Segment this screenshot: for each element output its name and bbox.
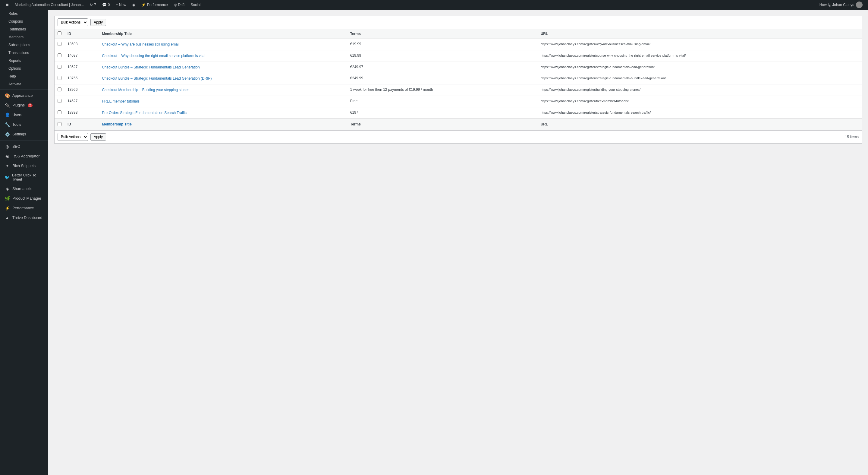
row-terms-cell: 1 week for free then 12 payments of €19.… [347,84,538,96]
row-title-link[interactable]: Checkout Bundle – Strategic Fundamentals… [102,76,212,81]
sidebar-item-seo[interactable]: ◎ SEO [0,142,48,151]
row-url-cell: https://www.johanclaeys.com/register/fre… [538,96,862,107]
sidebar-item-shareaholic[interactable]: ◈ Shareaholic [0,184,48,194]
row-title-cell: Pre-Order: Strategic Fundamentals on Sea… [99,107,347,119]
sidebar-item-plugins[interactable]: 🔌 Plugins 2 [0,100,48,110]
tools-icon: 🔧 [4,122,10,127]
select-all-checkbox[interactable] [58,31,61,35]
sidebar-item-help[interactable]: Help [0,72,48,80]
footer-select-all-checkbox[interactable] [58,122,61,126]
product-manager-icon: 🌿 [4,196,10,201]
row-url-cell: https://www.johanclaeys.com/register/str… [538,61,862,73]
row-checkbox-cell [55,96,64,107]
terms-column-header: Terms [347,29,538,39]
url-column-header: URL [538,29,862,39]
table-body: 13698 Checkout – Why are businesses stil… [55,39,862,130]
drift-icon: ◎ [174,3,177,7]
bulk-actions-select-top[interactable]: Bulk Actions [58,19,88,26]
sidebar-item-label: Users [12,113,22,117]
sidebar-item-members[interactable]: Members [0,33,48,41]
sidebar-item-rich-snippets[interactable]: ✦ Rich Snippets [0,161,48,171]
sidebar-item-settings[interactable]: ⚙️ Settings [0,129,48,139]
table-row: 18393 Pre-Order: Strategic Fundamentals … [55,107,862,119]
row-checkbox-cell [55,107,64,119]
row-checkbox[interactable] [58,99,61,103]
row-checkbox[interactable] [58,53,61,57]
yoast-button[interactable]: ◉ [129,0,138,10]
sidebar-item-product-manager[interactable]: 🌿 Product Manager [0,194,48,203]
users-icon: 👤 [4,113,10,117]
main-content: Bulk Actions Apply ID Membership [48,10,868,475]
comments-icon: 💬 [102,3,107,7]
sidebar-item-subscriptions[interactable]: Subscriptions [0,41,48,49]
sidebar-item-performance[interactable]: ⚡ Performance [0,203,48,213]
sidebar-item-rss-aggregator[interactable]: ◉ RSS Aggregator [0,151,48,161]
row-title-link[interactable]: Checkout Membership – Building your step… [102,88,189,92]
row-checkbox[interactable] [58,87,61,91]
sidebar-item-label: SEO [12,145,20,149]
sidebar-item-activate[interactable]: Activate [0,80,48,88]
row-url-cell: https://www.johanclaeys.com/register/str… [538,73,862,84]
drift-button[interactable]: ◎ Drift [171,0,188,10]
sidebar-item-reminders[interactable]: Reminders [0,25,48,33]
row-checkbox[interactable] [58,76,61,80]
row-title-link[interactable]: FREE member tutorials [102,99,140,103]
site-name-button[interactable]: Marketing Automation Consultant | Johan.… [12,0,87,10]
row-checkbox[interactable] [58,110,61,114]
wp-logo-button[interactable]: ■ [2,0,12,10]
row-title-link[interactable]: Pre-Order: Strategic Fundamentals on Sea… [102,111,187,115]
social-button[interactable]: Social [188,0,204,10]
memberships-table: ID Membership Title Terms URL [55,29,862,130]
row-terms-cell: €19.99 [347,39,538,50]
id-column-header[interactable]: ID [64,29,99,39]
row-title-link[interactable]: Checkout Bundle – Strategic Fundamentals… [102,65,199,69]
plugins-icon: 🔌 [4,103,10,108]
table-row: 18627 Checkout Bundle – Strategic Fundam… [55,61,862,73]
twitter-icon: 🐦 [4,175,10,180]
sidebar-item-tools[interactable]: 🔧 Tools [0,120,48,129]
row-checkbox[interactable] [58,65,61,69]
row-checkbox-cell [55,50,64,61]
performance-label: Performance [147,3,168,7]
performance-button[interactable]: ⚡ Performance [138,0,171,10]
items-count: 15 items [845,135,859,139]
table-row: 14037 Checkout – Why choosing the right … [55,50,862,61]
apply-button-top[interactable]: Apply [90,19,106,26]
sidebar-item-rules[interactable]: Rules [0,10,48,18]
footer-id-header[interactable]: ID [64,119,99,130]
row-url-cell: https://www.johanclaeys.com/register/why… [538,39,862,50]
sidebar-item-coupons[interactable]: Coupons [0,18,48,25]
sidebar-item-thrive-dashboard[interactable]: ▲ Thrive Dashboard [0,213,48,222]
sidebar-item-label: Better Click To Tweet [12,173,44,182]
row-title-cell: Checkout Bundle – Strategic Fundamentals… [99,61,347,73]
comments-count: 0 [108,3,110,7]
apply-button-bottom[interactable]: Apply [90,133,106,141]
table-row: 13698 Checkout – Why are businesses stil… [55,39,862,50]
row-checkbox[interactable] [58,42,61,46]
bulk-actions-select-bottom[interactable]: Bulk Actions [58,133,88,141]
title-column-header[interactable]: Membership Title [99,29,347,39]
appearance-icon: 🎨 [4,93,10,98]
table-wrap: Bulk Actions Apply ID Membership [54,16,862,144]
new-content-button[interactable]: + New [113,0,129,10]
row-title-link[interactable]: Checkout – Why choosing the right email … [102,54,205,58]
row-id-cell: 18393 [64,107,99,119]
table-row: 13966 Checkout Membership – Building you… [55,84,862,96]
row-title-link[interactable]: Checkout – Why are businesses still usin… [102,42,179,47]
sidebar-item-appearance[interactable]: 🎨 Appearance [0,91,48,100]
thrive-icon: ▲ [4,215,10,220]
social-label: Social [191,3,201,7]
sidebar-item-users[interactable]: 👤 Users [0,110,48,120]
sidebar-item-label: Appearance [12,93,33,98]
sidebar-item-label: Tools [12,122,21,127]
comments-button[interactable]: 💬 0 [99,0,113,10]
sidebar-item-options[interactable]: Options [0,64,48,72]
sidebar-item-label: Plugins [12,103,25,107]
updates-button[interactable]: ↻ 7 [87,0,99,10]
footer-title-header[interactable]: Membership Title [99,119,347,130]
row-title-cell: FREE member tutorials [99,96,347,107]
sidebar-item-reports[interactable]: Reports [0,57,48,64]
sidebar-item-better-click-to-tweet[interactable]: 🐦 Better Click To Tweet [0,171,48,184]
row-id-cell: 14037 [64,50,99,61]
sidebar-item-transactions[interactable]: Transactions [0,49,48,57]
